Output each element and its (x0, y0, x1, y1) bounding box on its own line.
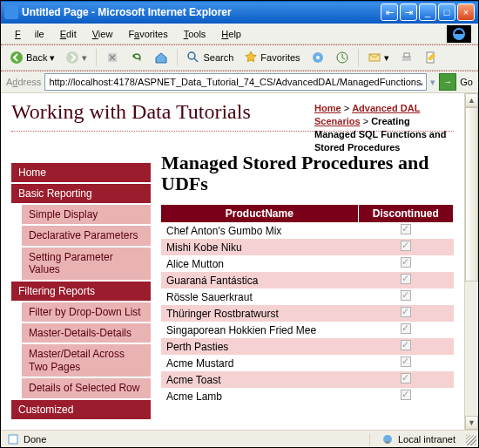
menu-edit[interactable]: Edit (53, 27, 84, 41)
checkbox-icon (401, 323, 411, 334)
checkbox-icon (401, 290, 411, 301)
menu-favorites[interactable]: Favorites (121, 27, 174, 41)
cell-productname: Chef Anton's Gumbo Mix (161, 222, 358, 239)
content-area: Working with Data Tutorials Home > Advan… (1, 93, 464, 430)
nav-setting-parameter-values[interactable]: Setting Parameter Values (22, 248, 151, 280)
table-row: Guaraná Fantástica (161, 272, 454, 288)
window-title: Untitled Page - Microsoft Internet Explo… (22, 6, 381, 18)
checkbox-icon (401, 390, 411, 400)
checkbox-icon (401, 274, 411, 284)
checkbox-icon (401, 241, 411, 251)
cell-productname: Mishi Kobe Niku (161, 239, 358, 255)
menubar: File Edit View Favorites Tools Help (1, 24, 478, 44)
breadcrumb-home[interactable]: Home (314, 103, 341, 113)
address-dropdown-icon[interactable]: ▾ (430, 77, 435, 88)
toolbar: Back ▾ ▾ Search Favorites ▾ (1, 44, 478, 71)
nav-declarative-parameters[interactable]: Declarative Parameters (22, 226, 151, 245)
home-button[interactable] (151, 49, 172, 66)
cell-discontinued (358, 388, 453, 404)
nav-filter-dropdown[interactable]: Filter by Drop-Down List (22, 302, 151, 322)
history-button[interactable] (332, 49, 353, 66)
nav-fwd-title-button[interactable]: ⇥ (400, 3, 417, 21)
media-button[interactable] (307, 49, 328, 66)
go-button[interactable]: → (439, 73, 456, 91)
nav-master-details-details[interactable]: Master-Details-Details (22, 323, 151, 343)
resize-grip[interactable] (466, 435, 476, 445)
cell-discontinued (358, 239, 453, 255)
nav-customized[interactable]: Customized (11, 400, 151, 419)
checkbox-icon (401, 307, 411, 317)
back-button[interactable]: Back ▾ (6, 49, 58, 66)
cell-productname: Acme Lamb (161, 388, 358, 404)
col-discontinued[interactable]: Discontinued (358, 205, 453, 222)
forward-button[interactable]: ▾ (62, 49, 91, 66)
chevron-down-icon: ▾ (384, 52, 389, 64)
svg-rect-13 (386, 441, 389, 444)
nav-master-detail-two-pages[interactable]: Master/Detail Across Two Pages (22, 344, 151, 377)
address-label: Address (6, 77, 41, 87)
refresh-button[interactable] (126, 49, 147, 66)
statusbar: Done Local intranet (1, 430, 478, 447)
scroll-thumb[interactable] (465, 107, 478, 282)
addressbar: Address ▾ → Go (1, 71, 478, 93)
checkbox-icon (401, 257, 411, 268)
nav-basic-reporting[interactable]: Basic Reporting (11, 184, 151, 203)
status-text: Done (24, 434, 46, 445)
nav-filtering-reports[interactable]: Filtering Reports (11, 282, 151, 301)
menu-view[interactable]: View (85, 27, 120, 41)
address-input[interactable] (44, 73, 427, 91)
search-button[interactable]: Search (183, 49, 237, 66)
go-label: Go (460, 77, 473, 87)
content-heading: Managed Stored Procedures and UDFs (161, 153, 454, 194)
search-label: Search (203, 52, 233, 63)
svg-point-0 (10, 51, 23, 64)
vertical-scrollbar[interactable]: ▲ ▼ (464, 93, 478, 430)
cell-productname: Acme Toast (161, 371, 358, 388)
table-row: Perth Pasties (161, 338, 454, 355)
svg-point-1 (66, 51, 78, 64)
edit-icon (424, 51, 438, 64)
minimize-button[interactable]: _ (419, 3, 436, 21)
print-icon (400, 51, 414, 64)
table-row: Mishi Kobe Niku (161, 239, 454, 255)
forward-icon (65, 51, 79, 64)
stop-button[interactable] (102, 49, 123, 66)
chevron-down-icon: ▾ (82, 52, 87, 64)
cell-discontinued (358, 371, 453, 388)
close-button[interactable]: × (457, 3, 475, 21)
mail-icon (368, 51, 381, 64)
table-row: Chef Anton's Gumbo Mix (161, 222, 454, 239)
checkbox-icon (401, 340, 411, 350)
nav-home[interactable]: Home (11, 163, 151, 182)
print-button[interactable] (396, 49, 417, 66)
table-row: Alice Mutton (161, 255, 454, 272)
favorites-label: Favorites (260, 52, 300, 63)
history-icon (335, 51, 349, 64)
cell-discontinued (358, 322, 453, 338)
menu-help[interactable]: Help (214, 27, 248, 41)
svg-rect-11 (9, 435, 17, 444)
ie-page-icon (4, 5, 18, 19)
favorites-button[interactable]: Favorites (240, 49, 303, 66)
nav-details-selected-row[interactable]: Details of Selected Row (22, 378, 151, 397)
mail-button[interactable]: ▾ (364, 49, 393, 66)
cell-productname: Guaraná Fantástica (161, 272, 358, 288)
scroll-up-icon[interactable]: ▲ (465, 93, 478, 107)
col-productname[interactable]: ProductName (161, 205, 358, 222)
media-icon (311, 51, 325, 64)
cell-discontinued (358, 355, 453, 371)
nav-simple-display[interactable]: Simple Display (22, 205, 151, 224)
search-icon (186, 51, 200, 64)
nav-back-title-button[interactable]: ⇤ (381, 3, 398, 21)
table-row: Thüringer Rostbratwurst (161, 305, 454, 322)
edit-button[interactable] (421, 49, 442, 66)
cell-discontinued (358, 255, 453, 272)
cell-productname: Perth Pasties (161, 338, 358, 355)
scroll-down-icon[interactable]: ▼ (465, 416, 478, 430)
menu-file[interactable]: File (8, 27, 51, 41)
ie-logo-icon (447, 25, 471, 43)
table-row: Rössle Sauerkraut (161, 288, 454, 305)
done-icon (6, 432, 20, 446)
maximize-button[interactable]: □ (438, 3, 455, 21)
menu-tools[interactable]: Tools (177, 27, 213, 41)
